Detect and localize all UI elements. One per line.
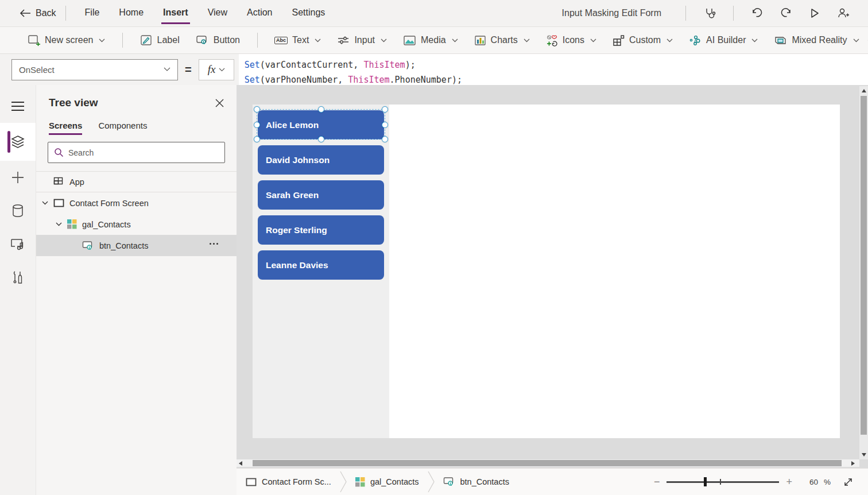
top-menu-bar: Back File Home Insert View Action Settin… — [0, 0, 868, 26]
canvas-workspace: Alice Lemon David Johnson Sarah Green Ro… — [237, 85, 868, 468]
equals-sign: = — [185, 63, 192, 76]
charts-menu[interactable]: Charts — [466, 26, 538, 54]
menu-settings[interactable]: Settings — [282, 0, 335, 26]
resize-handle-w[interactable] — [254, 122, 260, 128]
new-screen-button[interactable]: New screen — [20, 26, 113, 54]
resize-handle-se[interactable] — [382, 136, 388, 142]
tree-item-app[interactable]: App — [36, 171, 237, 192]
contacts-gallery[interactable]: Alice Lemon David Johnson Sarah Green Ro… — [253, 105, 389, 438]
property-dropdown[interactable]: OnSelect — [11, 59, 178, 80]
breadcrumb-screen[interactable]: Contact Form Sc... — [237, 469, 339, 495]
tree-item-btn-contacts[interactable]: btn_Contacts — [36, 235, 237, 256]
vertical-scroll-thumb[interactable] — [861, 96, 867, 435]
resize-handle-s[interactable] — [318, 136, 324, 142]
tab-screens[interactable]: Screens — [49, 117, 82, 135]
close-icon[interactable] — [215, 99, 224, 107]
more-options-icon[interactable] — [210, 243, 218, 245]
text-menu[interactable]: Abc Text — [266, 26, 329, 54]
chevron-down-icon[interactable] — [42, 201, 48, 205]
horizontal-scrollbar[interactable] — [237, 459, 859, 467]
resize-handle-e[interactable] — [382, 122, 388, 128]
gallery-icon — [355, 477, 365, 487]
resize-handle-n[interactable] — [318, 106, 324, 113]
scroll-up-icon[interactable] — [862, 89, 866, 92]
tree-view-panel: Tree view Screens Components App — [36, 85, 237, 495]
scroll-right-icon[interactable] — [851, 461, 855, 466]
app-checker-icon[interactable] — [695, 0, 724, 26]
zoom-slider-track[interactable] — [666, 481, 779, 483]
zoom-controls: − + 60 % — [647, 476, 858, 488]
menu-action[interactable]: Action — [237, 0, 282, 26]
fx-dropdown[interactable]: fx — [199, 59, 234, 80]
back-button[interactable]: Back — [20, 8, 56, 18]
breadcrumb-button[interactable]: btn_Contacts — [435, 469, 517, 495]
label-button[interactable]: Label — [132, 26, 188, 54]
breadcrumb-gallery[interactable]: gal_Contacts — [347, 469, 427, 495]
resize-handle-ne[interactable] — [382, 106, 388, 113]
charts-icon — [474, 35, 486, 46]
tree-item-contact-form-screen[interactable]: Contact Form Screen — [36, 192, 237, 214]
preview-play-icon[interactable] — [800, 0, 829, 26]
gallery-icon — [67, 219, 77, 229]
share-person-add-icon[interactable] — [829, 0, 858, 26]
app-canvas[interactable]: Alice Lemon David Johnson Sarah Green Ro… — [253, 105, 840, 438]
zoom-slider[interactable] — [666, 477, 779, 487]
gallery-button-david-johnson[interactable]: David Johnson — [258, 145, 384, 175]
text-abc-icon: Abc — [274, 37, 288, 44]
fit-to-window-icon[interactable] — [839, 477, 858, 487]
input-menu[interactable]: Input — [329, 26, 395, 54]
resize-handle-nw[interactable] — [254, 106, 260, 113]
zoom-slider-thumb[interactable] — [704, 477, 707, 486]
resize-handle-sw[interactable] — [254, 136, 260, 142]
undo-icon[interactable] — [743, 0, 772, 26]
menu-file[interactable]: File — [75, 0, 110, 26]
button-label: Button — [214, 35, 240, 45]
tree-search-box[interactable] — [48, 142, 225, 163]
gallery-button-alice-lemon[interactable]: Alice Lemon — [258, 110, 384, 140]
gallery-button-sarah-green[interactable]: Sarah Green — [258, 180, 384, 210]
menu-view[interactable]: View — [198, 0, 237, 26]
ai-builder-menu[interactable]: AI Builder — [681, 26, 766, 54]
menu-insert[interactable]: Insert — [153, 0, 198, 26]
tab-components[interactable]: Components — [98, 117, 147, 135]
custom-icon — [613, 34, 625, 47]
menu-home[interactable]: Home — [109, 0, 153, 26]
advanced-tools-rail-icon[interactable] — [0, 261, 36, 294]
button-icon — [196, 34, 209, 46]
search-input[interactable] — [68, 148, 219, 157]
ai-builder-label: AI Builder — [706, 35, 746, 45]
app-title: Input Masking Edit Form — [562, 8, 661, 18]
media-rail-icon[interactable] — [0, 227, 36, 261]
gallery-button-leanne-davies[interactable]: Leanne Davies — [258, 250, 384, 280]
icons-menu[interactable]: Icons — [538, 26, 604, 54]
input-sliders-icon — [337, 34, 350, 46]
button-button[interactable]: Button — [188, 26, 248, 54]
breadcrumb-separator — [339, 469, 347, 495]
vertical-scrollbar[interactable] — [859, 86, 868, 459]
zoom-out-button[interactable]: − — [647, 476, 667, 488]
status-bar: Contact Form Sc... gal_Contacts btn_Cont… — [237, 468, 868, 495]
search-icon — [54, 148, 64, 157]
zoom-in-button[interactable]: + — [779, 476, 799, 488]
scroll-down-icon[interactable] — [862, 453, 866, 457]
data-sources-rail-icon[interactable] — [0, 194, 36, 227]
media-menu[interactable]: Media — [395, 26, 466, 54]
horizontal-scroll-thumb[interactable] — [253, 460, 842, 466]
formula-editor[interactable]: Set(varContactCurrent, ThisItem); Set(va… — [239, 54, 868, 85]
tree-view-rail-icon[interactable] — [0, 123, 36, 161]
insert-plus-rail-icon[interactable] — [0, 161, 36, 194]
tree-item-gal-contacts[interactable]: gal_Contacts — [36, 214, 237, 235]
custom-menu[interactable]: Custom — [604, 26, 681, 54]
chevron-down-icon — [315, 38, 321, 42]
chevron-down-icon[interactable] — [56, 222, 62, 226]
redo-icon[interactable] — [772, 0, 800, 26]
scroll-left-icon[interactable] — [239, 461, 242, 466]
icons-label: Icons — [563, 35, 584, 45]
gallery-button-roger-sterling[interactable]: Roger Sterling — [258, 215, 384, 245]
tree-item-label: gal_Contacts — [82, 220, 131, 229]
formula-arg: (varContactCurrent, — [260, 60, 364, 70]
hamburger-menu-icon[interactable] — [0, 90, 36, 123]
divider — [733, 6, 734, 21]
mixed-reality-menu[interactable]: Mixed Reality — [766, 26, 867, 54]
formula-bar: OnSelect = fx Set(varContactCurrent, Thi… — [0, 54, 868, 85]
